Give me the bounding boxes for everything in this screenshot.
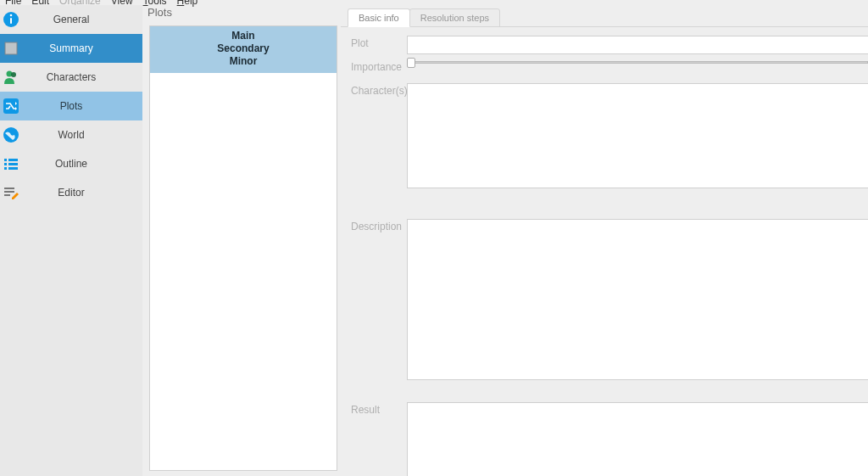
nav-label: World	[0, 129, 142, 141]
plots-panel: Plots Main Secondary Minor	[142, 5, 341, 476]
tab-basic-info[interactable]: Basic info	[348, 8, 410, 27]
sidebar: General Summary Characters Plots World	[0, 5, 142, 476]
nav-general[interactable]: General	[0, 5, 142, 34]
svg-rect-16	[4, 194, 10, 196]
svg-rect-8	[4, 159, 7, 161]
svg-rect-6	[3, 98, 19, 114]
nav-label: General	[0, 14, 142, 25]
plot-cat-secondary[interactable]: Secondary	[150, 42, 337, 55]
plot-cat-main[interactable]: Main	[150, 30, 337, 42]
svg-rect-15	[4, 191, 14, 193]
list-icon	[2, 154, 20, 173]
plot-cat-minor[interactable]: Minor	[150, 55, 337, 68]
nav-plots[interactable]: Plots	[0, 92, 142, 120]
svg-point-5	[11, 72, 16, 77]
details-panel: Basic info Resolution steps Plot Importa…	[341, 5, 868, 476]
nav-characters[interactable]: Characters	[0, 63, 142, 92]
plot-list[interactable]: Main Secondary Minor	[149, 25, 337, 471]
tab-resolution-steps[interactable]: Resolution steps	[409, 8, 500, 27]
description-input[interactable]	[407, 219, 868, 380]
nav-label: Summary	[0, 42, 142, 54]
nav-label: Outline	[0, 158, 142, 170]
description-label: Description	[351, 219, 407, 232]
svg-rect-13	[8, 167, 18, 170]
svg-rect-11	[8, 163, 18, 165]
tabs: Basic info Resolution steps	[348, 8, 868, 27]
nav-editor[interactable]: Editor	[0, 178, 142, 207]
plot-categories-header: Main Secondary Minor	[150, 26, 337, 73]
nav-world[interactable]: World	[0, 120, 142, 149]
plot-input[interactable]	[407, 36, 868, 54]
nav-label: Characters	[0, 71, 142, 83]
plot-label: Plot	[351, 36, 407, 49]
svg-point-2	[10, 14, 13, 17]
svg-rect-12	[4, 167, 7, 170]
doc-icon	[2, 39, 20, 58]
svg-rect-10	[4, 163, 7, 165]
info-icon	[2, 10, 20, 29]
nav-label: Plots	[0, 100, 142, 112]
importance-label: Importance	[351, 59, 407, 73]
importance-slider[interactable]	[407, 59, 868, 64]
svg-rect-9	[8, 159, 18, 161]
result-input[interactable]	[407, 402, 868, 476]
nav-summary[interactable]: Summary	[0, 34, 142, 63]
tab-body: Plot Importance Character(s) Description	[341, 26, 868, 476]
svg-rect-1	[10, 18, 12, 24]
globe-icon	[2, 126, 20, 144]
characters-label: Character(s)	[351, 83, 407, 97]
svg-rect-14	[4, 188, 14, 189]
panel-title: Plots	[144, 5, 341, 22]
shuffle-icon	[2, 97, 20, 115]
nav-label: Editor	[0, 187, 142, 199]
edit-icon	[2, 183, 20, 202]
result-label: Result	[351, 402, 407, 416]
person-icon	[2, 68, 20, 87]
characters-input[interactable]	[407, 83, 868, 188]
nav-outline[interactable]: Outline	[0, 149, 142, 178]
svg-rect-3	[5, 42, 17, 54]
